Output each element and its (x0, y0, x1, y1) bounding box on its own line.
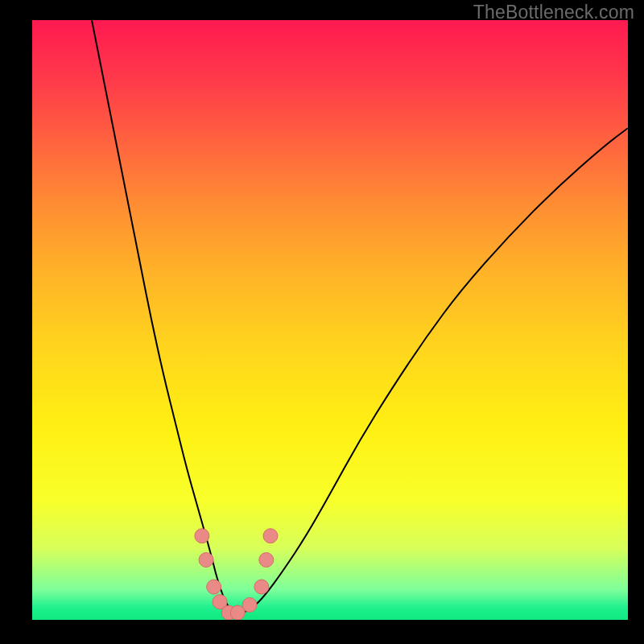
chart-plot-area (32, 20, 628, 620)
curve-marker (242, 597, 257, 612)
bottleneck-curve (92, 20, 628, 614)
curve-marker (263, 529, 278, 543)
curve-marker (199, 553, 213, 568)
chart-frame: TheBottleneck.com (0, 0, 644, 644)
curve-marker (254, 580, 269, 594)
watermark-label: TheBottleneck.com (473, 2, 634, 23)
curve-marker (195, 529, 209, 543)
chart-svg (32, 20, 628, 620)
curve-marker (207, 580, 221, 594)
curve-marker (259, 553, 274, 568)
